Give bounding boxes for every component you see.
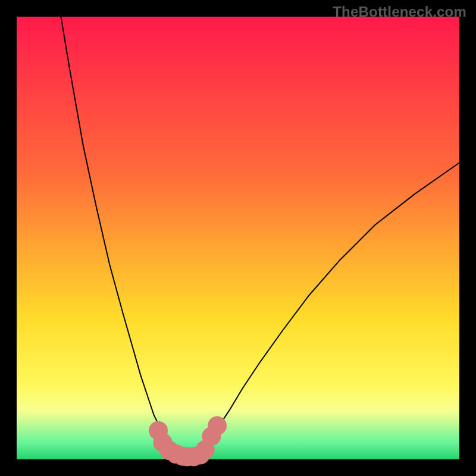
marker-dot xyxy=(208,416,227,435)
chart-svg xyxy=(17,17,459,459)
watermark-label: TheBottleneck.com xyxy=(333,4,466,20)
chart-frame: TheBottleneck.com xyxy=(0,0,476,476)
series-curve-right xyxy=(198,163,459,455)
plot-area xyxy=(17,17,459,459)
series-curve-left xyxy=(61,17,184,455)
